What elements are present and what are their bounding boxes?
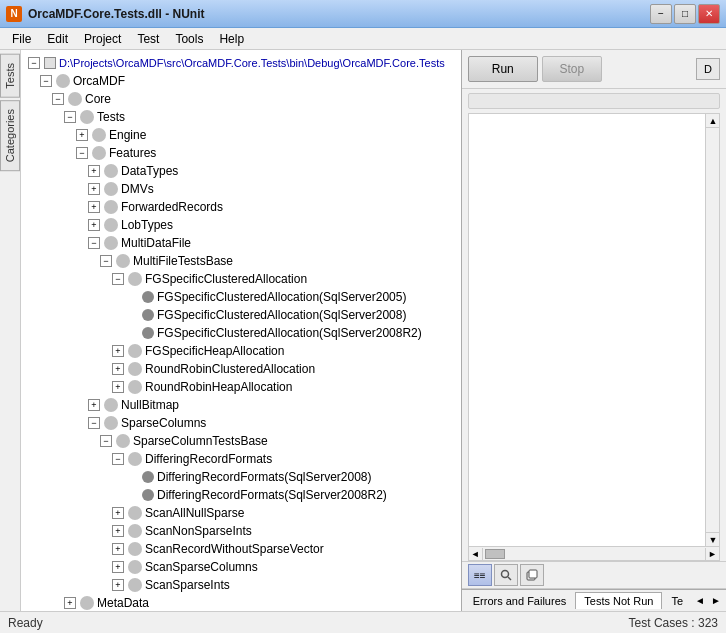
tree-row[interactable]: − SparseColumnTestsBase bbox=[23, 432, 459, 450]
node-label: FGSpecificClusteredAllocation(SqlServer2… bbox=[157, 290, 406, 304]
expand-icon[interactable]: + bbox=[76, 129, 88, 141]
node-label: ScanSparseColumns bbox=[145, 560, 258, 574]
menu-file[interactable]: File bbox=[4, 30, 39, 48]
expand-icon[interactable]: + bbox=[64, 597, 76, 609]
tree-row[interactable]: DifferingRecordFormats(SqlServer2008R2) bbox=[23, 486, 459, 504]
tree-row[interactable]: + DMVs bbox=[23, 180, 459, 198]
expand-icon[interactable]: + bbox=[112, 579, 124, 591]
tree-row[interactable]: + LobTypes bbox=[23, 216, 459, 234]
search-button[interactable] bbox=[494, 564, 518, 586]
tree-row[interactable]: + RoundRobinClusteredAllocation bbox=[23, 360, 459, 378]
expand-icon[interactable]: + bbox=[88, 165, 100, 177]
scroll-down-arrow[interactable]: ▼ bbox=[706, 532, 720, 546]
tree-row[interactable]: FGSpecificClusteredAllocation(SqlServer2… bbox=[23, 306, 459, 324]
menu-project[interactable]: Project bbox=[76, 30, 129, 48]
tab-tests[interactable]: Tests bbox=[0, 54, 20, 98]
stop-button[interactable]: Stop bbox=[542, 56, 602, 82]
expand-icon[interactable]: + bbox=[112, 345, 124, 357]
run-button[interactable]: Run bbox=[468, 56, 538, 82]
expand-icon[interactable]: + bbox=[88, 399, 100, 411]
tab-errors-failures[interactable]: Errors and Failures bbox=[464, 592, 576, 610]
node-label: ScanRecordWithoutSparseVector bbox=[145, 542, 324, 556]
tree-row[interactable]: + ScanSparseInts bbox=[23, 576, 459, 594]
tab-next-arrow[interactable]: ► bbox=[708, 593, 724, 609]
list-view-button[interactable]: ≡≡ bbox=[468, 564, 492, 586]
expand-icon[interactable]: + bbox=[112, 381, 124, 393]
menu-tools[interactable]: Tools bbox=[167, 30, 211, 48]
expand-icon[interactable]: − bbox=[100, 435, 112, 447]
tree-row[interactable]: + ScanNonSparseInts bbox=[23, 522, 459, 540]
tree-row[interactable]: + Engine bbox=[23, 126, 459, 144]
expand-icon[interactable]: + bbox=[88, 201, 100, 213]
node-label: LobTypes bbox=[121, 218, 173, 232]
tree-row[interactable]: + DataTypes bbox=[23, 162, 459, 180]
close-button[interactable]: ✕ bbox=[698, 4, 720, 24]
tab-categories[interactable]: Categories bbox=[0, 100, 20, 171]
tree-row[interactable]: FGSpecificClusteredAllocation(SqlServer2… bbox=[23, 324, 459, 342]
node-icon bbox=[104, 200, 118, 214]
tree-panel: − D:\Projects\OrcaMDF\src\OrcaMDF.Core.T… bbox=[21, 50, 462, 611]
tree-row[interactable]: − D:\Projects\OrcaMDF\src\OrcaMDF.Core.T… bbox=[23, 54, 459, 72]
expand-icon[interactable]: + bbox=[112, 507, 124, 519]
scroll-up-arrow[interactable]: ▲ bbox=[706, 114, 720, 128]
expand-icon[interactable]: + bbox=[112, 543, 124, 555]
tree-row[interactable]: − SparseColumns bbox=[23, 414, 459, 432]
expand-icon[interactable]: + bbox=[88, 219, 100, 231]
node-icon bbox=[128, 380, 142, 394]
tree-row[interactable]: − Core bbox=[23, 90, 459, 108]
expand-icon[interactable]: − bbox=[52, 93, 64, 105]
expand-icon[interactable]: − bbox=[100, 255, 112, 267]
expand-icon[interactable]: − bbox=[88, 417, 100, 429]
tree-row[interactable]: + RoundRobinHeapAllocation bbox=[23, 378, 459, 396]
tab-te[interactable]: Te bbox=[662, 592, 692, 610]
expand-icon[interactable]: − bbox=[28, 57, 40, 69]
expand-icon[interactable]: − bbox=[40, 75, 52, 87]
menu-edit[interactable]: Edit bbox=[39, 30, 76, 48]
menu-bar: File Edit Project Test Tools Help bbox=[0, 28, 726, 50]
expand-icon[interactable]: − bbox=[64, 111, 76, 123]
expand-icon[interactable]: − bbox=[88, 237, 100, 249]
expand-icon[interactable]: + bbox=[88, 183, 100, 195]
expand-icon[interactable]: + bbox=[112, 525, 124, 537]
tree-row[interactable]: − OrcaMDF bbox=[23, 72, 459, 90]
tree-row[interactable]: + FGSpecificHeapAllocation bbox=[23, 342, 459, 360]
tree-row[interactable]: + ScanSparseColumns bbox=[23, 558, 459, 576]
tree-row[interactable]: + ScanRecordWithoutSparseVector bbox=[23, 540, 459, 558]
tree-row[interactable]: + ForwardedRecords bbox=[23, 198, 459, 216]
tree-row[interactable]: − Features bbox=[23, 144, 459, 162]
output-horizontal-scrollbar[interactable]: ◄ ► bbox=[468, 547, 720, 561]
tab-tests-not-run[interactable]: Tests Not Run bbox=[575, 592, 662, 609]
tree-row[interactable]: + NullBitmap bbox=[23, 396, 459, 414]
node-icon bbox=[104, 218, 118, 232]
maximize-button[interactable]: □ bbox=[674, 4, 696, 24]
copy-button[interactable]: D bbox=[696, 58, 720, 80]
expand-icon[interactable]: + bbox=[112, 363, 124, 375]
scroll-right-arrow[interactable]: ► bbox=[705, 548, 719, 560]
expand-icon[interactable]: + bbox=[112, 561, 124, 573]
menu-help[interactable]: Help bbox=[211, 30, 252, 48]
tree-row[interactable]: DifferingRecordFormats(SqlServer2008) bbox=[23, 468, 459, 486]
node-icon bbox=[104, 182, 118, 196]
tree-row[interactable]: FGSpecificClusteredAllocation(SqlServer2… bbox=[23, 288, 459, 306]
node-icon bbox=[80, 596, 94, 610]
expand-icon[interactable]: − bbox=[76, 147, 88, 159]
vertical-scrollbar[interactable]: ▲ ▼ bbox=[705, 114, 719, 546]
scroll-left-arrow[interactable]: ◄ bbox=[469, 548, 483, 560]
node-icon bbox=[128, 542, 142, 556]
tree-row[interactable]: − MultiDataFile bbox=[23, 234, 459, 252]
tree-row[interactable]: − MultiFileTestsBase bbox=[23, 252, 459, 270]
h-scroll-thumb bbox=[485, 549, 505, 559]
tree-row[interactable]: − FGSpecificClusteredAllocation bbox=[23, 270, 459, 288]
window-controls: − □ ✕ bbox=[650, 4, 720, 24]
expand-icon[interactable]: − bbox=[112, 273, 124, 285]
copy-results-button[interactable] bbox=[520, 564, 544, 586]
icon-toolbar: ≡≡ bbox=[462, 561, 726, 589]
tree-row[interactable]: − DifferingRecordFormats bbox=[23, 450, 459, 468]
menu-test[interactable]: Test bbox=[129, 30, 167, 48]
tab-prev-arrow[interactable]: ◄ bbox=[692, 593, 708, 609]
tree-row[interactable]: + ScanAllNullSparse bbox=[23, 504, 459, 522]
tree-row[interactable]: + MetaData bbox=[23, 594, 459, 611]
tree-row[interactable]: − Tests bbox=[23, 108, 459, 126]
minimize-button[interactable]: − bbox=[650, 4, 672, 24]
expand-icon[interactable]: − bbox=[112, 453, 124, 465]
